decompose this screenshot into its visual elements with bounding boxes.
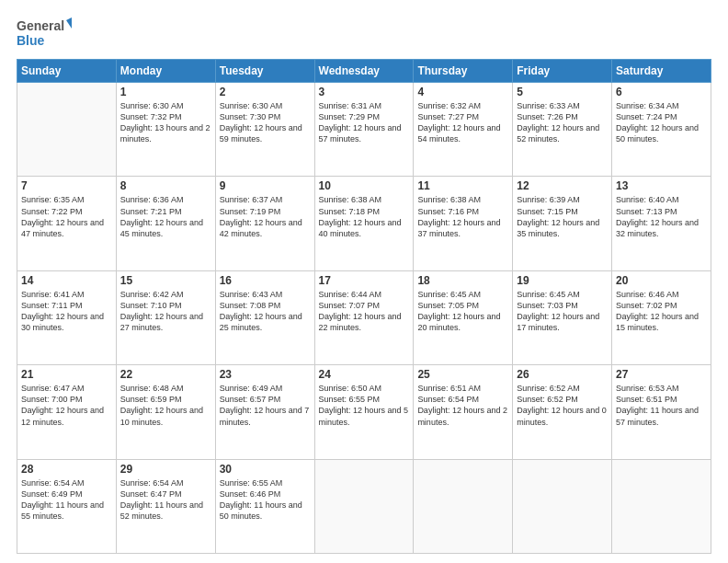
calendar-cell: 20Sunrise: 6:46 AM Sunset: 7:02 PM Dayli… [612,270,711,364]
day-number: 12 [517,179,608,192]
calendar-cell: 11Sunrise: 6:38 AM Sunset: 7:16 PM Dayli… [414,177,513,270]
cell-details: Sunrise: 6:54 AM Sunset: 6:47 PM Dayligh… [120,477,211,523]
cell-details: Sunrise: 6:42 AM Sunset: 7:10 PM Dayligh… [120,289,211,334]
calendar-week-4: 21Sunrise: 6:47 AM Sunset: 7:00 PM Dayli… [17,365,711,459]
day-number: 11 [417,179,508,192]
svg-text:Blue: Blue [17,33,45,48]
cell-details: Sunrise: 6:44 AM Sunset: 7:07 PM Dayligh… [319,289,410,334]
calendar-cell: 18Sunrise: 6:45 AM Sunset: 7:05 PM Dayli… [414,270,513,364]
cell-details: Sunrise: 6:49 AM Sunset: 6:57 PM Dayligh… [220,383,311,428]
calendar-cell: 28Sunrise: 6:54 AM Sunset: 6:49 PM Dayli… [17,459,117,553]
cell-details: Sunrise: 6:45 AM Sunset: 7:03 PM Dayligh… [517,289,608,334]
day-number: 10 [319,179,410,192]
calendar-cell: 29Sunrise: 6:54 AM Sunset: 6:47 PM Dayli… [116,459,215,553]
cell-details: Sunrise: 6:40 AM Sunset: 7:13 PM Dayligh… [616,194,707,239]
calendar-cell: 8Sunrise: 6:36 AM Sunset: 7:21 PM Daylig… [116,177,215,270]
day-number: 27 [616,368,707,381]
cell-details: Sunrise: 6:47 AM Sunset: 7:00 PM Dayligh… [21,383,112,428]
calendar-cell: 17Sunrise: 6:44 AM Sunset: 7:07 PM Dayli… [314,270,414,364]
day-number: 22 [120,368,211,381]
calendar-cell: 13Sunrise: 6:40 AM Sunset: 7:13 PM Dayli… [612,177,711,270]
cell-details: Sunrise: 6:41 AM Sunset: 7:11 PM Dayligh… [21,289,112,334]
day-header-friday: Friday [513,60,612,83]
day-number: 3 [319,86,410,98]
day-number: 4 [417,86,508,98]
day-header-wednesday: Wednesday [314,60,414,83]
calendar-cell [513,459,612,553]
calendar-cell [314,459,414,553]
calendar-week-5: 28Sunrise: 6:54 AM Sunset: 6:49 PM Dayli… [17,459,711,553]
calendar-cell: 19Sunrise: 6:45 AM Sunset: 7:03 PM Dayli… [513,270,612,364]
calendar-cell: 30Sunrise: 6:55 AM Sunset: 6:46 PM Dayli… [215,459,314,553]
day-number: 19 [517,274,608,287]
day-number: 13 [616,179,707,192]
cell-details: Sunrise: 6:45 AM Sunset: 7:05 PM Dayligh… [417,289,508,334]
day-number: 6 [616,86,707,98]
calendar-cell: 26Sunrise: 6:52 AM Sunset: 6:52 PM Dayli… [513,365,612,459]
day-number: 29 [120,463,211,476]
cell-details: Sunrise: 6:31 AM Sunset: 7:29 PM Dayligh… [319,100,410,145]
calendar-cell: 15Sunrise: 6:42 AM Sunset: 7:10 PM Dayli… [116,270,215,364]
calendar-week-2: 7Sunrise: 6:35 AM Sunset: 7:22 PM Daylig… [17,177,711,270]
day-number: 28 [21,463,112,476]
calendar-cell: 9Sunrise: 6:37 AM Sunset: 7:19 PM Daylig… [215,177,314,270]
calendar-cell: 10Sunrise: 6:38 AM Sunset: 7:18 PM Dayli… [314,177,414,270]
day-number: 24 [319,368,410,381]
day-number: 26 [517,368,608,381]
cell-details: Sunrise: 6:30 AM Sunset: 7:30 PM Dayligh… [220,100,311,145]
day-header-monday: Monday [116,60,215,83]
calendar-cell: 6Sunrise: 6:34 AM Sunset: 7:24 PM Daylig… [612,83,711,177]
calendar-cell: 27Sunrise: 6:53 AM Sunset: 6:51 PM Dayli… [612,365,711,459]
cell-details: Sunrise: 6:46 AM Sunset: 7:02 PM Dayligh… [616,289,707,334]
calendar-cell: 24Sunrise: 6:50 AM Sunset: 6:55 PM Dayli… [314,365,414,459]
calendar-cell [414,459,513,553]
cell-details: Sunrise: 6:51 AM Sunset: 6:54 PM Dayligh… [417,383,508,428]
day-number: 25 [417,368,508,381]
day-number: 2 [220,86,311,98]
header: General Blue [17,15,711,50]
day-number: 9 [220,179,311,192]
cell-details: Sunrise: 6:54 AM Sunset: 6:49 PM Dayligh… [21,477,112,523]
calendar-cell: 25Sunrise: 6:51 AM Sunset: 6:54 PM Dayli… [414,365,513,459]
day-number: 8 [120,179,211,192]
day-number: 21 [21,368,112,381]
day-number: 16 [220,274,311,287]
cell-details: Sunrise: 6:55 AM Sunset: 6:46 PM Dayligh… [220,477,311,523]
calendar-cell: 14Sunrise: 6:41 AM Sunset: 7:11 PM Dayli… [17,270,117,364]
calendar-cell: 7Sunrise: 6:35 AM Sunset: 7:22 PM Daylig… [17,177,117,270]
day-number: 30 [220,463,311,476]
cell-details: Sunrise: 6:52 AM Sunset: 6:52 PM Dayligh… [517,383,608,428]
day-number: 20 [616,274,707,287]
day-header-saturday: Saturday [612,60,711,83]
cell-details: Sunrise: 6:43 AM Sunset: 7:08 PM Dayligh… [220,289,311,334]
cell-details: Sunrise: 6:50 AM Sunset: 6:55 PM Dayligh… [319,383,410,428]
calendar-cell: 12Sunrise: 6:39 AM Sunset: 7:15 PM Dayli… [513,177,612,270]
calendar-week-3: 14Sunrise: 6:41 AM Sunset: 7:11 PM Dayli… [17,270,711,364]
calendar-cell: 4Sunrise: 6:32 AM Sunset: 7:27 PM Daylig… [414,83,513,177]
svg-marker-2 [66,17,72,31]
calendar-table: SundayMondayTuesdayWednesdayThursdayFrid… [17,59,711,554]
calendar-cell [17,83,117,177]
calendar-header-row: SundayMondayTuesdayWednesdayThursdayFrid… [17,60,711,83]
page: General Blue SundayMondayTuesdayWednesda… [0,0,728,563]
logo-svg: General Blue [17,15,72,50]
cell-details: Sunrise: 6:38 AM Sunset: 7:18 PM Dayligh… [319,194,410,239]
calendar-week-1: 1Sunrise: 6:30 AM Sunset: 7:32 PM Daylig… [17,83,711,177]
calendar-cell: 21Sunrise: 6:47 AM Sunset: 7:00 PM Dayli… [17,365,117,459]
day-header-thursday: Thursday [414,60,513,83]
cell-details: Sunrise: 6:39 AM Sunset: 7:15 PM Dayligh… [517,194,608,239]
day-number: 15 [120,274,211,287]
cell-details: Sunrise: 6:48 AM Sunset: 6:59 PM Dayligh… [120,383,211,428]
day-number: 5 [517,86,608,98]
day-number: 17 [319,274,410,287]
day-number: 1 [120,86,211,98]
day-number: 23 [220,368,311,381]
calendar-cell: 5Sunrise: 6:33 AM Sunset: 7:26 PM Daylig… [513,83,612,177]
calendar-cell [612,459,711,553]
calendar-cell: 16Sunrise: 6:43 AM Sunset: 7:08 PM Dayli… [215,270,314,364]
cell-details: Sunrise: 6:32 AM Sunset: 7:27 PM Dayligh… [417,100,508,145]
cell-details: Sunrise: 6:37 AM Sunset: 7:19 PM Dayligh… [220,194,311,239]
cell-details: Sunrise: 6:53 AM Sunset: 6:51 PM Dayligh… [616,383,707,428]
svg-text:General: General [17,18,64,33]
cell-details: Sunrise: 6:33 AM Sunset: 7:26 PM Dayligh… [517,100,608,145]
